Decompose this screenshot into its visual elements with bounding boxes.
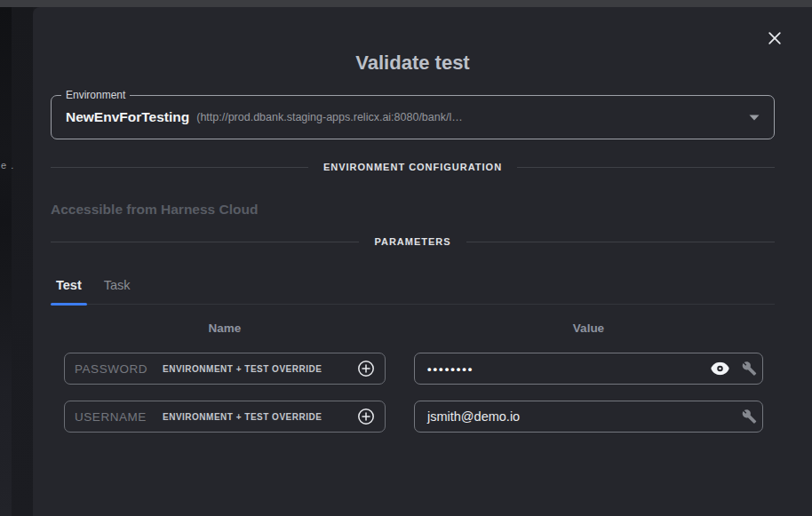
environment-selected-option: NewEnvForTesting (http://prod.dbank.stag… <box>52 96 774 139</box>
wrench-icon <box>742 409 757 425</box>
parameter-value-text: jsmith@demo.io <box>427 409 520 424</box>
environment-select-label: Environment <box>61 89 130 101</box>
divider-line <box>517 167 775 168</box>
dialog-title: Validate test <box>51 7 775 75</box>
divider-line <box>51 242 359 242</box>
backdrop-truncated-text: e . <box>1 160 14 171</box>
eye-icon <box>711 362 729 376</box>
section-title: ENVIRONMENT CONFIGURATION <box>323 162 502 172</box>
section-divider-environment-configuration: ENVIRONMENT CONFIGURATION <box>51 162 775 172</box>
parameter-name-field[interactable]: USERNAME ENVIRONMENT + TEST OVERRIDE <box>64 401 386 433</box>
parameter-name-field[interactable]: PASSWORD ENVIRONMENT + TEST OVERRIDE <box>64 353 386 385</box>
add-override-button[interactable] <box>357 360 375 377</box>
parameter-row-password: PASSWORD ENVIRONMENT + TEST OVERRIDE •••… <box>51 353 775 385</box>
masked-password-value: •••••••• <box>427 362 474 376</box>
close-icon <box>767 30 783 46</box>
section-divider-parameters: PARAMETERS <box>51 236 775 247</box>
parameter-name-label: PASSWORD <box>75 362 163 376</box>
column-header-value: Value <box>414 322 763 335</box>
parameter-tabs: Test Task <box>51 274 775 305</box>
parameter-row-username: USERNAME ENVIRONMENT + TEST OVERRIDE jsm… <box>51 401 775 433</box>
plus-circle-icon <box>357 408 375 425</box>
column-header-name: Name <box>64 322 386 335</box>
tab-task-label: Task <box>104 278 131 292</box>
section-title: PARAMETERS <box>374 236 450 247</box>
parameter-column-headers: Name Value <box>51 322 775 335</box>
close-button[interactable] <box>763 27 786 50</box>
parameter-value-field[interactable]: jsmith@demo.io <box>414 401 763 433</box>
accessibility-note: Accessible from Harness Cloud <box>51 202 775 218</box>
active-tab-indicator <box>51 303 87 306</box>
environment-select[interactable]: Environment NewEnvForTesting (http://pro… <box>51 95 775 139</box>
environment-url: (http://prod.dbank.staging-apps.relicx.a… <box>196 111 462 123</box>
add-override-button[interactable] <box>357 408 375 425</box>
wrench-icon <box>742 361 757 377</box>
toggle-password-visibility-button[interactable] <box>711 362 729 376</box>
edit-value-button[interactable] <box>742 361 757 377</box>
override-badge: ENVIRONMENT + TEST OVERRIDE <box>163 364 322 374</box>
chevron-down-icon <box>749 115 760 121</box>
parameter-name-label: USERNAME <box>75 410 163 424</box>
backdrop-sidebar <box>0 7 12 516</box>
tab-test[interactable]: Test <box>51 274 87 304</box>
edit-value-button[interactable] <box>742 409 757 425</box>
plus-circle-icon <box>357 360 375 377</box>
tab-test-label: Test <box>56 278 82 292</box>
divider-line <box>466 242 775 242</box>
app-top-strip <box>0 0 812 7</box>
tab-task[interactable]: Task <box>99 274 136 304</box>
override-badge: ENVIRONMENT + TEST OVERRIDE <box>163 412 322 422</box>
page-backdrop: e . <box>0 7 33 516</box>
backdrop-panel <box>12 7 33 516</box>
divider-line <box>51 167 308 168</box>
environment-name: NewEnvForTesting <box>66 109 189 125</box>
parameter-value-field[interactable]: •••••••• <box>414 353 763 385</box>
validate-test-dialog: Validate test Environment NewEnvForTesti… <box>33 7 812 516</box>
